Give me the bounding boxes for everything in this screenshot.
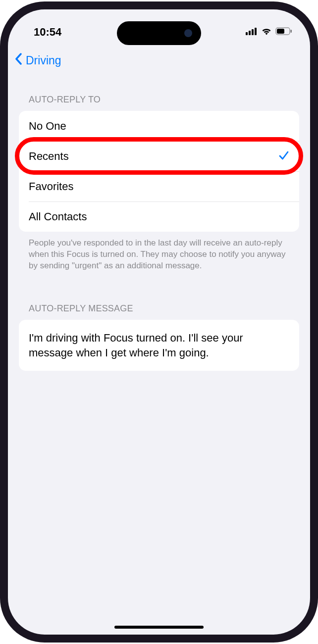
navigation-bar: Driving bbox=[8, 46, 310, 75]
svg-rect-2 bbox=[252, 29, 254, 35]
option-label: Recents bbox=[29, 150, 69, 163]
option-recents[interactable]: Recents bbox=[19, 141, 299, 171]
back-button[interactable]: Driving bbox=[15, 53, 61, 68]
front-camera bbox=[184, 29, 192, 37]
volume-up-button bbox=[0, 150, 1, 190]
svg-rect-6 bbox=[291, 30, 292, 33]
option-favorites[interactable]: Favorites bbox=[19, 171, 299, 201]
svg-rect-1 bbox=[249, 31, 251, 35]
phone-frame: 10:54 Driving AUTO-R bbox=[0, 1, 318, 643]
cellular-signal-icon bbox=[246, 27, 258, 37]
option-no-one[interactable]: No One bbox=[19, 111, 299, 141]
screen: 10:54 Driving AUTO-R bbox=[8, 9, 310, 635]
checkmark-icon bbox=[278, 150, 289, 163]
svg-rect-3 bbox=[255, 28, 257, 35]
auto-reply-message-text: I'm driving with Focus turned on. I'll s… bbox=[29, 331, 289, 360]
section-footer-auto-reply-to: People you've responded to in the last d… bbox=[19, 232, 299, 272]
section-header-auto-reply-to: AUTO-REPLY TO bbox=[19, 75, 299, 111]
content-area: AUTO-REPLY TO No One Recents Favorites A… bbox=[8, 75, 310, 371]
option-label: No One bbox=[29, 120, 66, 133]
chevron-left-icon bbox=[15, 53, 23, 68]
option-label: All Contacts bbox=[29, 210, 87, 223]
status-time: 10:54 bbox=[34, 26, 61, 39]
battery-icon bbox=[275, 27, 292, 37]
option-all-contacts[interactable]: All Contacts bbox=[19, 201, 299, 232]
volume-down-button bbox=[0, 199, 1, 239]
wifi-icon bbox=[261, 27, 272, 37]
svg-rect-0 bbox=[246, 32, 248, 35]
status-icons bbox=[246, 27, 292, 37]
auto-reply-to-list: No One Recents Favorites All Contacts bbox=[19, 111, 299, 232]
dynamic-island bbox=[117, 21, 201, 45]
svg-rect-5 bbox=[277, 29, 284, 34]
option-label: Favorites bbox=[29, 180, 73, 193]
section-header-auto-reply-message: AUTO-REPLY MESSAGE bbox=[19, 272, 299, 320]
auto-reply-message-card[interactable]: I'm driving with Focus turned on. I'll s… bbox=[19, 320, 299, 371]
silent-switch bbox=[0, 110, 1, 130]
home-indicator[interactable] bbox=[114, 626, 204, 629]
back-label: Driving bbox=[26, 54, 61, 67]
